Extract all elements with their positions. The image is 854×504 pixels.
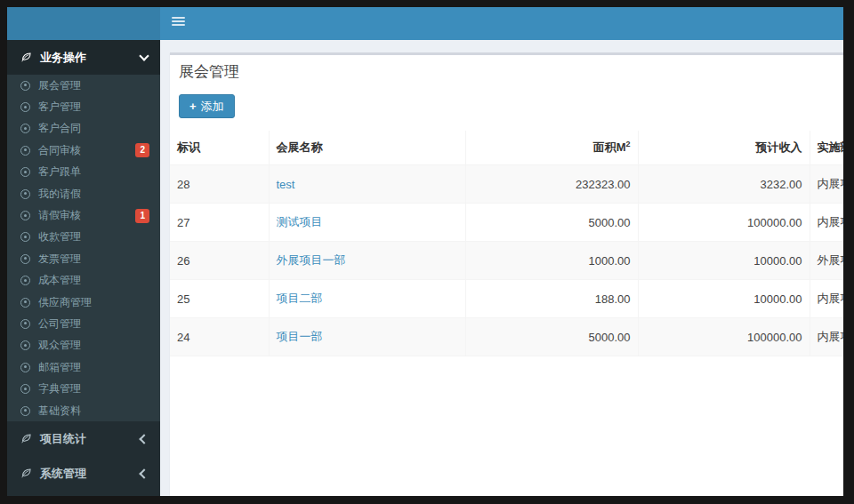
notification-badge: 1 (135, 209, 149, 223)
sidebar-item[interactable]: 基础资料 (7, 400, 160, 421)
notification-badge: 2 (135, 143, 149, 157)
table-row: 24 项目一部 5000.00 100000.00 内展项目 (170, 318, 843, 356)
dot-circle-icon (20, 254, 30, 264)
top-navbar (160, 7, 843, 40)
content-box: 展会管理 +添加 标识 会展名称 面积M2 预计收入 实施部门 (170, 52, 843, 496)
sidebar-submenu: 展会管理 客户管理 客户合同 合同审核 (7, 75, 160, 421)
sidebar-item[interactable]: 字典管理 (7, 378, 160, 399)
column-header-department: 实施部门 (810, 131, 843, 165)
sidebar-item[interactable]: 邮箱管理 (7, 356, 160, 378)
cell-department: 内展项目 (810, 165, 843, 204)
cell-id: 24 (170, 318, 269, 356)
cell-income: 100000.00 (638, 204, 810, 242)
cell-department: 内展项目 (810, 280, 843, 318)
content-area: 展会管理 +添加 标识 会展名称 面积M2 预计收入 实施部门 (160, 40, 843, 496)
sidebar-item[interactable]: 请假审核 1 (7, 204, 160, 226)
exhibition-name-link[interactable]: 项目二部 (277, 292, 323, 305)
exhibition-name-link[interactable]: test (277, 178, 295, 191)
dot-circle-icon (20, 167, 30, 177)
sidebar-item[interactable]: 公司管理 (7, 313, 160, 334)
sidebar-item[interactable]: 合同审核 2 (7, 140, 160, 161)
leaf-icon (20, 52, 32, 64)
sidebar-item-label: 发票管理 (38, 252, 149, 267)
table-header-row: 标识 会展名称 面积M2 预计收入 实施部门 (170, 131, 843, 165)
sidebar-item-label: 客户合同 (38, 121, 149, 136)
table-row: 28 test 232323.00 3232.00 内展项目 (170, 165, 843, 204)
sidebar-section-business-operations[interactable]: 业务操作 (7, 40, 160, 75)
cell-name: 外展项目一部 (269, 242, 465, 280)
add-button-label: 添加 (201, 100, 224, 113)
dot-circle-icon (20, 189, 30, 199)
box-toolbar: +添加 (170, 87, 843, 118)
sidebar-item-label: 客户跟单 (38, 164, 149, 180)
sidebar-section-label: 业务操作 (40, 50, 141, 66)
sidebar-section-project-statistics[interactable]: 项目统计 (7, 421, 160, 456)
dot-circle-icon (20, 102, 30, 112)
sidebar: 业务操作 展会管理 客户管理 客户合同 (7, 40, 160, 496)
dot-circle-icon (20, 384, 30, 394)
sidebar-item-label: 展会管理 (38, 78, 149, 93)
sidebar-item-label: 字典管理 (38, 381, 149, 396)
sidebar-item-label: 请假审核 (38, 208, 135, 223)
box-header: 展会管理 (170, 55, 843, 87)
cell-id: 27 (170, 204, 269, 242)
cell-id: 28 (170, 165, 269, 204)
sidebar-item-label: 客户管理 (38, 100, 149, 115)
exhibition-name-link[interactable]: 测试项目 (277, 215, 323, 228)
sidebar-item-label: 收款管理 (38, 229, 149, 244)
sidebar-item[interactable]: 观众管理 (7, 335, 160, 356)
sidebar-section-system-management[interactable]: 系统管理 (7, 456, 160, 491)
dot-circle-icon (20, 232, 30, 242)
sidebar-item[interactable]: 成本管理 (7, 270, 160, 292)
cell-area: 1000.00 (465, 242, 638, 280)
leaf-icon (20, 433, 32, 445)
dot-circle-icon (20, 276, 30, 285)
cell-area: 188.00 (465, 280, 638, 318)
sidebar-item[interactable]: 客户管理 (7, 96, 160, 117)
exhibition-table: 标识 会展名称 面积M2 预计收入 实施部门 28 test 232323.00 (170, 131, 843, 356)
cell-name: 项目二部 (269, 280, 465, 318)
cell-income: 10000.00 (638, 242, 810, 280)
sidebar-item-label: 供应商管理 (38, 295, 149, 310)
dot-circle-icon (20, 340, 30, 350)
cell-department: 外展项目 (810, 242, 843, 280)
dot-circle-icon (20, 146, 30, 156)
dot-circle-icon (20, 363, 30, 372)
sidebar-item-label: 合同审核 (38, 143, 135, 158)
exhibition-name-link[interactable]: 外展项目一部 (277, 253, 346, 267)
hamburger-icon[interactable] (172, 17, 185, 29)
dot-circle-icon (20, 124, 30, 133)
sidebar-item[interactable]: 展会管理 (7, 75, 160, 96)
chevron-left-icon (139, 468, 149, 478)
sidebar-section-label: 系统管理 (40, 466, 141, 482)
add-button[interactable]: +添加 (179, 94, 235, 118)
cell-id: 26 (170, 242, 269, 280)
sidebar-item[interactable]: 供应商管理 (7, 292, 160, 313)
sidebar-item[interactable]: 客户跟单 (7, 162, 160, 183)
cell-income: 100000.00 (638, 318, 810, 356)
column-header-area: 面积M2 (465, 131, 638, 165)
cell-name: 项目一部 (269, 318, 465, 356)
table-row: 26 外展项目一部 1000.00 10000.00 外展项目 (170, 242, 843, 280)
dot-circle-icon (20, 319, 30, 329)
app-logo-area (7, 7, 160, 40)
column-header-income: 预计收入 (638, 131, 810, 165)
cell-department: 内展项目 (810, 204, 843, 242)
dot-circle-icon (20, 81, 30, 91)
dot-circle-icon (20, 298, 30, 308)
column-header-name: 会展名称 (269, 131, 465, 165)
sidebar-item[interactable]: 客户合同 (7, 118, 160, 140)
sidebar-item-label: 邮箱管理 (38, 360, 149, 375)
cell-department: 内展项目 (810, 318, 843, 356)
cell-name: test (269, 165, 465, 204)
sidebar-section-label: 项目统计 (40, 431, 141, 447)
sidebar-item[interactable]: 我的请假 (7, 183, 160, 204)
cell-area: 5000.00 (465, 204, 638, 242)
sidebar-item[interactable]: 发票管理 (7, 248, 160, 269)
sidebar-item-label: 基础资料 (38, 404, 149, 419)
exhibition-name-link[interactable]: 项目一部 (277, 330, 323, 343)
page-title: 展会管理 (179, 64, 239, 80)
cell-area: 232323.00 (465, 165, 638, 204)
sidebar-item[interactable]: 收款管理 (7, 227, 160, 248)
cell-name: 测试项目 (269, 204, 465, 242)
